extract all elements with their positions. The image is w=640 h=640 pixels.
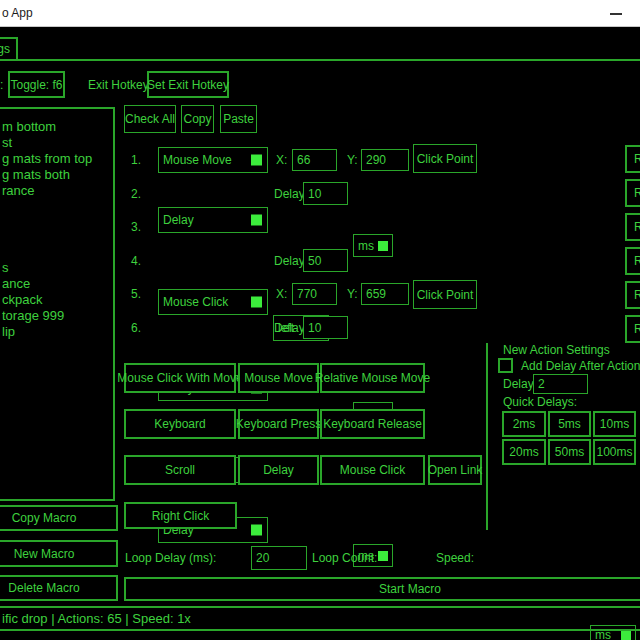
delay-label: Delay bbox=[274, 315, 305, 341]
y-label: Y: bbox=[347, 147, 358, 173]
button-label: Mouse Click bbox=[340, 463, 405, 477]
dropdown-arrow-icon bbox=[251, 525, 262, 536]
dropdown-arrow-icon bbox=[251, 215, 262, 226]
paste-button[interactable]: Paste bbox=[220, 105, 257, 133]
set-exit-hotkey-label: Set Exit Hotkey bbox=[147, 78, 229, 92]
quick-delay-20ms-button[interactable]: 20ms bbox=[502, 439, 546, 465]
toggle-hotkey-button[interactable]: Toggle: f6 bbox=[8, 71, 65, 98]
x-input[interactable]: 770 bbox=[292, 283, 337, 305]
macro-list-item[interactable]: st bbox=[2, 135, 12, 150]
click-point-button[interactable]: Click Point bbox=[413, 280, 477, 309]
action-type-value: Mouse Click bbox=[163, 295, 228, 309]
quick-delay-100ms-button[interactable]: 100ms bbox=[593, 439, 636, 465]
button-label: Open Link bbox=[428, 463, 483, 477]
window-title: o App bbox=[2, 6, 33, 20]
remove-row-button[interactable]: R bbox=[625, 247, 640, 275]
y-value: 290 bbox=[366, 153, 386, 167]
remove-row-button[interactable]: R bbox=[625, 213, 640, 241]
remove-row-label: R bbox=[634, 322, 640, 336]
check-all-button[interactable]: Check All bbox=[124, 105, 176, 133]
status-bar-bottom-border bbox=[0, 629, 640, 631]
new-action-delay-label: Delay: bbox=[503, 374, 537, 394]
macro-list-item[interactable]: ckpack bbox=[2, 292, 42, 307]
action-type-select[interactable]: Mouse Click bbox=[158, 289, 268, 315]
quick-delay-5ms-button[interactable]: 5ms bbox=[548, 411, 591, 437]
action-type-select[interactable]: Delay bbox=[158, 207, 268, 233]
add-relative-mouse-move-button[interactable]: Relative Mouse Move bbox=[320, 363, 425, 393]
title-bar: o App bbox=[0, 0, 640, 27]
add-mouse-move-button[interactable]: Mouse Move bbox=[238, 363, 319, 393]
quick-delay-10ms-button[interactable]: 10ms bbox=[593, 411, 636, 437]
macro-list-item[interactable]: torage 999 bbox=[2, 308, 64, 323]
status-bar-text: ific drop | Actions: 65 | Speed: 1x bbox=[2, 611, 191, 626]
tab-label: gs bbox=[0, 42, 10, 56]
delay-input[interactable]: 50 bbox=[303, 249, 348, 272]
remove-row-button[interactable]: R bbox=[625, 281, 640, 309]
delay-unit-select[interactable]: ms bbox=[353, 234, 393, 257]
copy-label: Copy bbox=[183, 112, 211, 126]
remove-row-label: R bbox=[634, 254, 640, 268]
button-label: Mouse Move bbox=[244, 371, 313, 385]
delete-macro-button[interactable]: Delete Macro bbox=[0, 575, 118, 601]
remove-row-button[interactable]: R bbox=[625, 315, 640, 343]
new-action-delay-input[interactable]: 2 bbox=[533, 374, 588, 394]
row-number: 2. bbox=[131, 181, 141, 207]
remove-row-label: R bbox=[634, 288, 640, 302]
y-input[interactable]: 290 bbox=[361, 149, 409, 171]
x-label: X: bbox=[276, 147, 287, 173]
add-right-click-button[interactable]: Right Click bbox=[124, 502, 237, 529]
add-mouse-click-button[interactable]: Mouse Click bbox=[320, 455, 425, 485]
paste-label: Paste bbox=[223, 112, 254, 126]
button-label: 2ms bbox=[513, 417, 536, 431]
copy-button[interactable]: Copy bbox=[181, 105, 214, 133]
add-delay-after-action-checkbox[interactable] bbox=[498, 358, 513, 373]
macro-list-item[interactable]: m bottom bbox=[2, 119, 56, 134]
add-keyboard-press-button[interactable]: Keyboard Press bbox=[238, 409, 319, 439]
add-open-link-button[interactable]: Open Link bbox=[428, 455, 482, 485]
add-scroll-button[interactable]: Scroll bbox=[124, 455, 236, 485]
x-input[interactable]: 66 bbox=[292, 149, 337, 171]
start-macro-button[interactable]: Start Macro bbox=[124, 577, 640, 601]
y-input[interactable]: 659 bbox=[361, 283, 409, 305]
toggle-hotkey-label: Toggle: f6 bbox=[10, 78, 62, 92]
quick-delay-50ms-button[interactable]: 50ms bbox=[548, 439, 591, 465]
add-keyboard-release-button[interactable]: Keyboard Release bbox=[320, 409, 425, 439]
macro-list-item[interactable]: g mats both bbox=[2, 167, 70, 182]
remove-row-button[interactable]: R bbox=[625, 145, 640, 173]
click-point-label: Click Point bbox=[417, 288, 474, 302]
delay-input[interactable]: 10 bbox=[303, 316, 348, 339]
panel-divider bbox=[486, 343, 488, 530]
loop-delay-input[interactable]: 20 bbox=[251, 546, 307, 570]
tab-settings[interactable]: gs bbox=[0, 37, 18, 61]
click-point-button[interactable]: Click Point bbox=[413, 144, 477, 173]
add-delay-button[interactable]: Delay bbox=[238, 455, 319, 485]
remove-row-label: R bbox=[634, 220, 640, 234]
button-label: Keyboard bbox=[154, 417, 205, 431]
macro-list-item[interactable]: lip bbox=[2, 324, 15, 339]
remove-row-button[interactable]: R bbox=[625, 179, 640, 207]
new-action-delay-unit-select[interactable]: ms bbox=[590, 625, 636, 640]
dropdown-arrow-icon bbox=[378, 551, 388, 561]
delay-label: Delay bbox=[274, 248, 305, 274]
row-number: 1. bbox=[131, 147, 141, 173]
add-keyboard-button[interactable]: Keyboard bbox=[124, 409, 236, 439]
button-label: 100ms bbox=[596, 445, 632, 459]
delay-input[interactable]: 10 bbox=[303, 182, 348, 205]
macro-list-item[interactable]: ance bbox=[2, 276, 30, 291]
button-label: 50ms bbox=[555, 445, 584, 459]
button-label: 5ms bbox=[558, 417, 581, 431]
macro-list-item[interactable]: rance bbox=[2, 183, 35, 198]
copy-macro-button[interactable]: Copy Macro bbox=[0, 505, 118, 531]
dropdown-arrow-icon bbox=[251, 155, 262, 166]
macro-list-item[interactable]: g mats from top bbox=[2, 151, 92, 166]
minimize-icon[interactable] bbox=[610, 13, 622, 15]
add-mouse-click-with-move-button[interactable]: Mouse Click With Move bbox=[124, 363, 236, 393]
set-exit-hotkey-button[interactable]: Set Exit Hotkey bbox=[147, 71, 229, 98]
loop-count-label: Loop Count: bbox=[312, 546, 377, 570]
button-label: 20ms bbox=[509, 445, 538, 459]
new-macro-button[interactable]: New Macro bbox=[0, 540, 118, 567]
quick-delay-2ms-button[interactable]: 2ms bbox=[502, 411, 546, 437]
quick-delays-label: Quick Delays: bbox=[503, 395, 577, 409]
action-type-select[interactable]: Mouse Move bbox=[158, 147, 268, 173]
macro-list-item[interactable]: s bbox=[2, 260, 9, 275]
